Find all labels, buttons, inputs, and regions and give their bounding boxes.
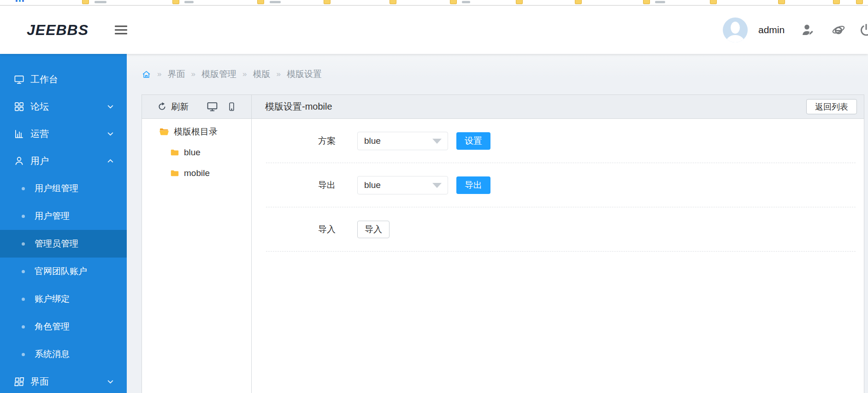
device-switcher (206, 101, 236, 112)
import-button[interactable]: 导入 (357, 221, 390, 238)
breadcrumb-item[interactable]: 界面 (167, 68, 185, 80)
bookmark-folder-icon[interactable] (82, 0, 89, 4)
main-content: » 界面 » 模版管理 » 模版 » 模版设置 刷新 (127, 54, 868, 393)
bookmark-folder-icon[interactable] (643, 0, 650, 4)
desktop-icon[interactable] (206, 101, 218, 112)
bookmark-folder-icon[interactable] (516, 0, 523, 4)
refresh-button[interactable]: 刷新 (157, 101, 189, 113)
breadcrumb-separator: » (276, 70, 280, 79)
bullet-icon (22, 325, 25, 328)
bookmark-label-stub (270, 1, 281, 3)
breadcrumb-separator: » (242, 70, 247, 79)
bookmark-folder-icon[interactable] (710, 0, 717, 4)
bookmark-label-stub (184, 1, 194, 3)
layout-icon (14, 376, 24, 387)
tree-node-root[interactable]: 模版根目录 (142, 121, 251, 142)
panel-header: 刷新 模版设置-mobile 返回列表 (142, 95, 864, 119)
chevron-up-icon (106, 157, 114, 165)
sidebar-item-admin-management[interactable]: 管理员管理 (0, 230, 127, 258)
bookmark-folder-icon[interactable] (856, 0, 863, 4)
sidebar-item-official-team-accounts[interactable]: 官网团队账户 (0, 258, 127, 285)
sidebar-item-role-management[interactable]: 角色管理 (0, 313, 127, 340)
field-label: 方案 (318, 135, 339, 147)
template-tree: 模版根目录 blue mobile (142, 119, 252, 393)
select-value: blue (364, 180, 381, 190)
sidebar-item-label: 运营 (30, 128, 49, 140)
caret-down-icon (432, 183, 442, 188)
breadcrumb-item[interactable]: 模版管理 (201, 68, 236, 80)
panel-title-bar: 模版设置-mobile 返回列表 (252, 95, 864, 118)
monitor-icon (14, 74, 24, 85)
bullet-icon (22, 270, 25, 273)
sidebar-item-label: 用户管理 (35, 210, 70, 222)
user-edit-icon[interactable] (801, 23, 815, 37)
app-header: JEEBBS admin (0, 6, 868, 54)
folder-open-icon (159, 127, 170, 136)
template-settings-panel: 刷新 模版设置-mobile 返回列表 (142, 94, 864, 393)
bookmark-folder-icon[interactable] (833, 0, 840, 4)
app-logo[interactable]: JEEBBS (27, 22, 89, 39)
scheme-select[interactable]: blue (357, 132, 448, 150)
page-title: 模版设置-mobile (265, 100, 806, 113)
chevron-down-icon (106, 103, 114, 111)
hamburger-icon (115, 29, 127, 31)
bookmark-folder-icon[interactable] (257, 0, 264, 4)
bar-chart-icon (14, 129, 24, 139)
bookmark-folder-icon[interactable] (172, 0, 179, 4)
bullet-icon (22, 242, 25, 246)
sidebar-item-users[interactable]: 用户 (0, 147, 127, 175)
bookmark-folder-icon[interactable] (575, 0, 582, 4)
chevron-down-icon (106, 378, 114, 386)
folder-icon (170, 169, 180, 177)
sidebar-item-interface[interactable]: 界面 (0, 368, 127, 393)
hamburger-icon (115, 26, 127, 27)
export-select[interactable]: blue (357, 176, 448, 194)
home-icon[interactable] (142, 70, 151, 79)
username-label[interactable]: admin (758, 24, 785, 35)
bullet-icon (22, 353, 25, 356)
sidebar-item-label: 角色管理 (35, 321, 70, 333)
field-label: 导出 (318, 179, 339, 191)
bookmark-folder-icon[interactable] (390, 0, 396, 4)
export-button[interactable]: 导出 (456, 176, 490, 194)
sidebar-item-forum[interactable]: 论坛 (0, 93, 127, 120)
sidebar-item-system-messages[interactable]: 系统消息 (0, 340, 127, 368)
sidebar-item-user-groups[interactable]: 用户组管理 (0, 175, 127, 202)
bookmark-label-stub (655, 1, 665, 3)
settings-form: 方案 blue 设置 导出 blue 导出 导入 (252, 119, 864, 393)
tree-node-blue[interactable]: blue (142, 142, 251, 163)
sidebar-item-workbench[interactable]: 工作台 (0, 66, 127, 93)
breadcrumb-item[interactable]: 模版 (253, 68, 270, 80)
sidebar-item-label: 论坛 (30, 100, 49, 113)
refresh-label: 刷新 (171, 101, 189, 113)
sidebar-item-label: 界面 (30, 375, 49, 388)
bookmark-label-stub (462, 1, 470, 3)
tree-toolbar: 刷新 (142, 95, 252, 118)
bookmark-label-stub (94, 1, 106, 3)
bullet-icon (22, 187, 25, 190)
sidebar-item-account-binding[interactable]: 账户绑定 (0, 285, 127, 313)
field-label: 导入 (318, 223, 339, 235)
form-row-scheme: 方案 blue 设置 (266, 119, 856, 163)
apply-button[interactable]: 设置 (456, 132, 490, 150)
browser-ie-icon[interactable] (832, 23, 845, 37)
power-logout-icon[interactable] (859, 23, 868, 37)
bookmark-folder-icon[interactable] (450, 0, 457, 4)
sidebar-item-operations[interactable]: 运营 (0, 120, 127, 147)
breadcrumb: » 界面 » 模版管理 » 模版 » 模版设置 (127, 54, 868, 94)
bookmark-folder-icon[interactable] (324, 0, 331, 4)
panel-body: 模版根目录 blue mobile (142, 119, 864, 393)
sidebar-item-label: 用户组管理 (35, 182, 78, 194)
user-avatar[interactable] (723, 18, 748, 42)
breadcrumb-item[interactable]: 模版设置 (287, 68, 322, 80)
sidebar-toggle-button[interactable] (115, 23, 127, 37)
bookmark-folder-icon[interactable] (778, 0, 785, 4)
sidebar-item-user-management[interactable]: 用户管理 (0, 202, 127, 230)
bullet-icon (22, 215, 25, 218)
tree-node-mobile[interactable]: mobile (142, 163, 251, 183)
back-to-list-button[interactable]: 返回列表 (806, 99, 857, 114)
phone-icon[interactable] (227, 101, 236, 112)
breadcrumb-separator: » (157, 70, 161, 79)
bookmarks-bar (0, 0, 868, 6)
grid-icon (14, 101, 24, 112)
